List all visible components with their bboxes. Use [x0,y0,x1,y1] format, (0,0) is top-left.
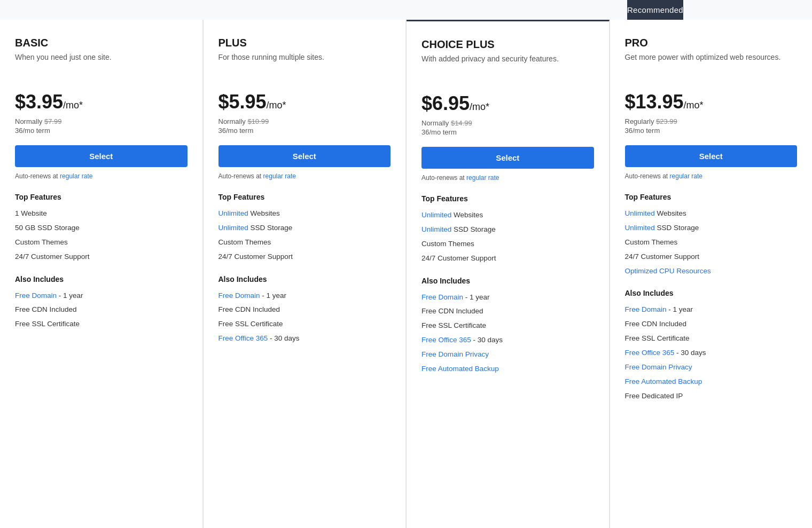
also-item: Free SSL Certificate [15,317,188,332]
top-features-list: Unlimited WebsitesUnlimited SSD StorageC… [218,207,391,264]
auto-renews-text: Auto-renews at regular rate [625,172,798,180]
also-item: Free CDN Included [421,304,594,319]
also-item: Free Office 365 - 30 days [625,346,798,360]
top-features-title: Top Features [218,193,391,201]
price-normal: Normally $7.99 [15,117,188,125]
also-item: Free Domain Privacy [625,360,798,375]
select-button[interactable]: Select [421,147,594,169]
feature-item: Custom Themes [421,237,594,251]
feature-item: 50 GB SSD Storage [15,221,188,235]
plan-desc: With added privacy and security features… [421,54,594,80]
also-item: Free Office 365 - 30 days [421,333,594,348]
plan-desc: When you need just one site. [15,52,188,78]
feature-link[interactable]: Unlimited [625,224,655,232]
also-item: Free Domain - 1 year [625,303,798,317]
also-link[interactable]: Free Automated Backup [625,377,702,385]
original-price: $7.99 [44,117,62,125]
also-link[interactable]: Free Domain Privacy [625,363,692,371]
also-item: Free SSL Certificate [421,319,594,333]
feature-item: 24/7 Customer Support [625,250,798,264]
feature-link[interactable]: Unlimited [218,209,248,217]
also-includes-title: Also Includes [218,275,391,283]
also-includes-title: Also Includes [15,275,188,283]
recommended-label: Recommended [627,5,683,14]
pricing-wrapper: Recommended BASIC When you need just one… [0,0,812,528]
price-block: $6.95/mo* [421,92,594,115]
price-main: $6.95/mo* [421,92,594,115]
also-link[interactable]: Free Office 365 [421,336,471,344]
original-price: $23.99 [656,117,677,125]
also-link[interactable]: Free Domain [218,291,260,300]
plan-plus: PLUS For those running multiple sites. $… [204,20,407,528]
price-normal: Normally $10.99 [218,117,391,125]
feature-item: Custom Themes [625,235,798,250]
feature-link[interactable]: Unlimited [421,225,451,233]
price-term: 36/mo term [15,127,188,135]
also-item: Free Domain - 1 year [421,290,594,305]
plan-name: PRO [625,37,798,49]
also-link[interactable]: Free Automated Backup [421,365,499,373]
recommended-banner: Recommended [627,0,683,20]
plan-name: BASIC [15,37,188,49]
plan-desc: Get more power with optimized web resour… [625,52,798,78]
price-main: $3.95/mo* [15,91,188,113]
also-link[interactable]: Free Domain [625,305,667,313]
plan-basic: BASIC When you need just one site. $3.95… [0,20,203,528]
also-link[interactable]: Free Domain [15,291,57,300]
also-link[interactable]: Free Office 365 [625,349,675,357]
also-includes-title: Also Includes [625,289,798,297]
plans-container: BASIC When you need just one site. $3.95… [0,20,812,528]
feature-link[interactable]: Unlimited [218,224,248,232]
also-item: Free CDN Included [218,303,391,317]
top-features-title: Top Features [15,193,188,201]
also-includes-list: Free Domain - 1 yearFree CDN IncludedFre… [218,289,391,346]
feature-link[interactable]: Unlimited [421,211,451,219]
feature-item: Unlimited SSD Storage [218,221,391,235]
price-block: $3.95/mo* [15,91,188,113]
also-link[interactable]: Free Domain Privacy [421,350,489,358]
original-price: $14.99 [451,119,472,127]
feature-item: Unlimited Websites [421,208,594,223]
also-includes-list: Free Domain - 1 yearFree CDN IncludedFre… [421,290,594,376]
also-item: Free Automated Backup [421,362,594,376]
feature-item: 24/7 Customer Support [15,250,188,264]
also-item: Free Automated Backup [625,375,798,389]
also-item: Free Office 365 - 30 days [218,332,391,346]
price-term: 36/mo term [421,128,594,136]
also-link[interactable]: Free Domain [421,293,463,301]
also-includes-list: Free Domain - 1 yearFree CDN IncludedFre… [625,303,798,403]
regular-rate-link[interactable]: regular rate [466,174,499,182]
feature-item: Unlimited Websites [218,207,391,221]
top-features-title: Top Features [625,193,798,201]
also-item: Free Dedicated IP [625,389,798,404]
also-item: Free Domain - 1 year [218,289,391,303]
original-price: $10.99 [247,117,269,125]
price-main: $13.95/mo* [625,91,798,113]
feature-link[interactable]: Optimized CPU Resources [625,267,711,275]
auto-renews-text: Auto-renews at regular rate [421,174,594,182]
price-main: $5.95/mo* [218,91,391,113]
plan-name: PLUS [218,37,391,49]
feature-item: 24/7 Customer Support [218,250,391,264]
also-link[interactable]: Free Office 365 [218,334,268,342]
regular-rate-link[interactable]: regular rate [60,172,92,180]
feature-item: Unlimited SSD Storage [625,221,798,235]
also-item: Free SSL Certificate [218,317,391,332]
also-item: Free CDN Included [625,317,798,332]
plan-pro: PRO Get more power with optimized web re… [610,20,813,528]
also-includes-title: Also Includes [421,277,594,285]
select-button[interactable]: Select [218,145,391,167]
regular-rate-link[interactable]: regular rate [263,172,296,180]
price-term: 36/mo term [625,127,798,135]
feature-link[interactable]: Unlimited [625,209,655,217]
plan-choice-plus: CHOICE PLUS With added privacy and secur… [407,20,610,528]
price-normal: Normally $14.99 [421,119,594,127]
top-features-list: Unlimited WebsitesUnlimited SSD StorageC… [625,207,798,278]
select-button[interactable]: Select [625,145,798,167]
also-item: Free CDN Included [15,303,188,317]
regular-rate-link[interactable]: regular rate [670,172,702,180]
price-normal: Regularly $23.99 [625,117,798,125]
feature-item: 24/7 Customer Support [421,251,594,266]
also-item: Free Domain - 1 year [15,289,188,303]
select-button[interactable]: Select [15,145,188,167]
